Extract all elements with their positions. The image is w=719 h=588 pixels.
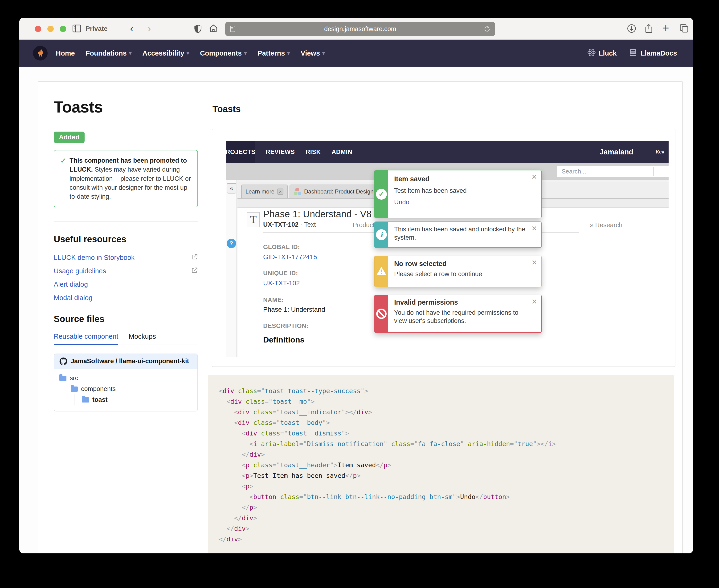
nav-item-home[interactable]: Home [51,49,80,57]
book-icon [629,48,638,59]
search-input[interactable] [557,166,668,177]
nav-item-patterns[interactable]: Patterns▾ [252,49,295,57]
field-label-global-id: GLOBAL ID: [263,244,300,251]
page-title: Toasts [54,98,198,116]
collapse-panel-button[interactable]: « [227,183,236,193]
tree-item-components[interactable]: components [59,384,192,395]
source-files-heading: Source files [54,314,198,324]
nav-item-views[interactable]: Views▾ [295,49,330,57]
browser-toolbar: Private ‹ › design.jamasoftware.com [19,18,693,40]
nav-tool-llamadocs[interactable]: LlamaDocs [629,48,677,59]
tree-guide-line [74,394,75,405]
nav-tool-lluck[interactable]: Lluck [587,48,617,59]
nav-menu: HomeFoundations▾Accessibility▾Components… [51,49,330,57]
toast-undo-link[interactable]: Undo [394,199,410,206]
demo-section-heading: Toasts [213,104,241,114]
nav-item-components[interactable]: Components▾ [195,49,252,57]
info-icon: i [376,229,387,240]
docs-card: Toasts Added ✓ This component has been p… [38,81,683,553]
downloads-icon[interactable] [626,23,637,34]
code-line: <div class="toast toast--type-success"> [219,385,667,396]
section-divider [54,222,198,222]
nav-item-label: Accessibility [142,49,184,57]
doc-tab-label: Dashboard: Product Design [304,188,374,195]
external-link-icon [191,253,198,261]
dashboard-icon [294,188,301,195]
close-icon[interactable]: ✕ [277,189,283,195]
demo-preview-box: ROJECTS REVIEWSRISKADMIN Jamaland Kev « [212,129,675,367]
home-button[interactable] [208,23,219,34]
forward-button[interactable]: › [148,23,151,34]
code-sample: <div class="toast toast--type-success"> … [208,375,674,553]
code-line: </div> [219,534,667,544]
code-line: <button class="btn--link btn--link--no-p… [219,491,667,502]
resource-link-modal-dialog[interactable]: Modal dialog [54,294,92,302]
close-window-button[interactable] [35,26,41,32]
app-tab-risk[interactable]: RISK [305,148,321,155]
field-label-unique-id: UNIQUE ID: [263,270,298,277]
warning-triangle-icon [376,266,387,277]
field-label-name: NAME: [263,296,284,303]
close-icon[interactable]: × [532,224,537,233]
address-bar[interactable]: design.jamasoftware.com [225,22,495,36]
item-id: UX-TXT-102 [263,221,299,228]
nav-item-label: Components [200,49,242,57]
url-text: design.jamasoftware.com [324,25,396,33]
toast-warning: No row selectedPlease select a row to co… [374,256,542,287]
llama-logo[interactable] [33,46,47,61]
repo-name: JamaSoftware / llama-ui-component-kit [71,358,189,365]
field-value-global-id[interactable]: GID-TXT-1772415 [263,253,317,261]
fullscreen-window-button[interactable] [60,26,66,32]
item-type: Text [304,221,316,228]
resource-link-usage-guidelines[interactable]: Usage guidelines [54,267,106,275]
tab-overview-icon[interactable] [679,23,689,34]
chevron-down-icon: ▾ [186,50,189,56]
no-entry-icon [376,309,386,319]
close-icon[interactable]: × [532,297,537,306]
breadcrumb-tail: » Research [590,222,622,229]
tab-mockups[interactable]: Mockups [128,333,156,344]
repo-header[interactable]: JamaSoftware / llama-ui-component-kit [54,354,197,369]
doc-tab-dashboard-product-design[interactable]: Dashboard: Product Design✕ [289,185,387,198]
tree-item-src[interactable]: src [59,373,192,384]
share-icon[interactable] [644,23,654,34]
toast-title: Item saved [394,175,527,183]
app-screenshot: ROJECTS REVIEWSRISKADMIN Jamaland Kev « [226,141,668,357]
resource-link-lluck-demo-in-storybook[interactable]: LLUCK demo in Storybook [54,254,135,261]
tree-item-label: toast [92,396,108,403]
docs-sidebar: Toasts Added ✓ This component has been p… [54,98,198,412]
code-line: <p class="toast__header">Item saved</p> [219,460,667,470]
sidebar-toggle-icon[interactable] [72,23,82,34]
back-button[interactable]: ‹ [130,23,133,34]
nav-item-foundations[interactable]: Foundations▾ [80,49,137,57]
tree-item-label: components [81,385,116,393]
app-tab-admin[interactable]: ADMIN [332,148,353,155]
folder-icon [82,397,89,402]
toast-info: iThis item has been saved and unlocked b… [374,222,542,248]
app-user-name[interactable]: Kev [656,149,664,155]
field-value-unique-id[interactable]: UX-TXT-102 [263,279,300,287]
new-tab-button[interactable]: + [662,21,669,34]
help-icon[interactable]: ? [227,239,236,248]
toast-success: ✓Item savedTest Item has been savedUndo× [374,170,542,218]
privacy-shield-icon[interactable] [193,23,203,34]
toast-text: Test Item has been saved [394,187,527,195]
resource-link-alert-dialog[interactable]: Alert dialog [54,280,88,288]
close-icon[interactable]: × [532,172,537,181]
resource-row: Alert dialog [54,278,198,291]
github-icon [59,357,67,365]
close-icon[interactable]: × [532,258,537,267]
app-tab-projects[interactable]: ROJECTS [226,141,255,163]
tab-reusable-component[interactable]: Reusable component [54,333,118,345]
nav-item-accessibility[interactable]: Accessibility▾ [137,49,195,57]
minimize-window-button[interactable] [47,26,54,32]
tree-item-toast[interactable]: toast [59,395,192,405]
toast-title: No row selected [394,260,527,268]
toast-text: You do not have the required permissions… [394,309,527,325]
reload-icon[interactable] [483,25,491,33]
app-tab-reviews[interactable]: REVIEWS [266,148,295,155]
code-line: <div class="toast__indicator"></div> [219,407,667,417]
doc-tab-learn-more[interactable]: Learn more✕ [241,185,288,198]
resources-list: LLUCK demo in StorybookUsage guidelinesA… [54,251,198,304]
toast-text: Please select a row to continue [394,270,527,278]
